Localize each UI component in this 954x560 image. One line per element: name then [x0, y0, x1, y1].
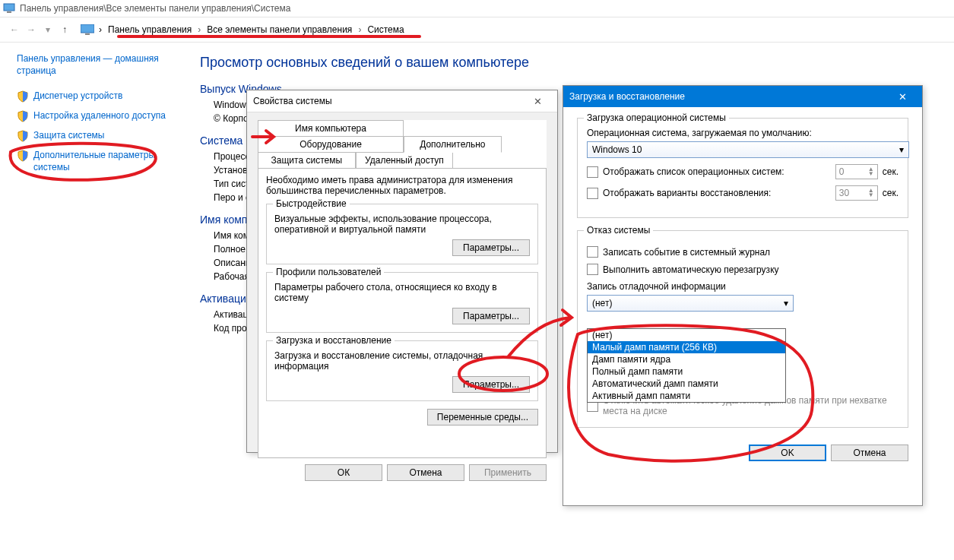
apply-button: Применить	[469, 464, 547, 481]
shield-icon	[17, 90, 29, 103]
cancel-button[interactable]: Отмена	[387, 464, 464, 481]
breadcrumb: Панель управления› Все элементы панели у…	[105, 23, 407, 36]
tab-hardware[interactable]: Оборудование	[258, 136, 404, 153]
bc-item-1[interactable]: Все элементы панели управления	[204, 23, 355, 36]
nav-bar: ← → ▾ ↑ › Панель управления› Все элемент…	[0, 17, 954, 43]
recovery-seconds-input: 30▲▼	[835, 185, 878, 201]
location-icon	[81, 24, 94, 35]
env-vars-button[interactable]: Переменные среды...	[427, 409, 538, 426]
svg-rect-1	[7, 11, 11, 13]
page-title: Просмотр основных сведений о вашем компь…	[200, 55, 939, 71]
svg-rect-0	[4, 4, 14, 11]
sidebar-link-label: Дополнительные параметры системы	[33, 150, 180, 173]
close-button[interactable]: ✕	[889, 88, 916, 105]
back-button[interactable]: ←	[6, 21, 23, 38]
checkbox-show-os-list[interactable]	[587, 166, 598, 178]
system-icon	[3, 2, 15, 14]
default-os-select[interactable]: Windows 10 ▾	[587, 141, 909, 158]
spinner-icon: ▲▼	[868, 188, 874, 198]
sidebar-link-label: Защита системы	[33, 130, 104, 142]
checkbox-label: Отображать список операционных систем:	[603, 166, 831, 177]
shield-icon	[17, 110, 29, 122]
seconds-label: сек.	[883, 188, 899, 198]
sidebar-link-label: Настройка удаленного доступа	[33, 110, 166, 122]
sidebar-link-advanced[interactable]: Дополнительные параметры системы	[17, 150, 180, 173]
group-legend: Загрузка операционной системы	[584, 112, 729, 123]
up-button[interactable]: ↑	[56, 21, 73, 38]
forward-button: →	[23, 21, 40, 38]
group-performance: Быстродействие Визуальные эффекты, испол…	[266, 204, 538, 264]
tab-body: Необходимо иметь права администратора дл…	[258, 168, 547, 458]
tab-remote[interactable]: Удаленный доступ	[356, 152, 454, 169]
group-legend: Отказ системы	[584, 225, 653, 236]
dialog-system-properties: Свойства системы ✕ Имя компьютера Оборуд…	[246, 90, 558, 453]
tabs: Имя компьютера Оборудование Дополнительн…	[258, 120, 547, 168]
checkbox-auto-restart[interactable]	[587, 264, 598, 275]
dump-select-value: (нет)	[592, 298, 612, 308]
dump-option[interactable]: Полный дамп памяти	[588, 365, 785, 378]
group-desc: Загрузка и восстановление системы, отлад…	[274, 350, 530, 372]
dump-label: Запись отладочной информации	[587, 281, 899, 292]
group-legend: Профили пользователей	[273, 267, 384, 277]
dialog-startup-recovery: Загрузка и восстановление ✕ Загрузка опе…	[563, 85, 923, 506]
sidebar-link-remote[interactable]: Настройка удаленного доступа	[17, 110, 180, 122]
startup-settings-button[interactable]: Параметры...	[452, 376, 530, 393]
os-list-seconds-input: 0▲▼	[835, 164, 878, 179]
tab-computer-name[interactable]: Имя компьютера	[258, 120, 404, 137]
checkbox-write-event[interactable]	[587, 246, 598, 258]
dialog-title: Свойства системы	[253, 96, 332, 106]
window-titlebar: Панель управления\Все элементы панели уп…	[0, 0, 954, 17]
svg-rect-3	[85, 33, 90, 35]
checkbox-label: Записать событие в системный журнал	[603, 247, 770, 258]
sidebar: Панель управления — домашняя страница Ди…	[0, 43, 185, 560]
group-profiles: Профили пользователей Параметры рабочего…	[266, 272, 538, 333]
bc-sep: ›	[99, 24, 102, 35]
dump-option[interactable]: (нет)	[588, 329, 785, 341]
dump-option[interactable]: Дамп памяти ядра	[588, 353, 785, 365]
chevron-down-icon: ▾	[899, 144, 904, 155]
group-system-startup: Загрузка операционной системы Операционн…	[577, 118, 908, 218]
group-desc: Визуальные эффекты, использование процес…	[274, 214, 530, 235]
dialog-footer: ОК Отмена Применить	[247, 458, 557, 487]
dump-option[interactable]: Автоматический дамп памяти	[588, 378, 785, 390]
dump-option[interactable]: Малый дамп памяти (256 КВ)	[588, 341, 785, 353]
profiles-settings-button[interactable]: Параметры...	[452, 308, 530, 324]
bc-item-0[interactable]: Панель управления	[105, 23, 195, 36]
svg-rect-2	[81, 24, 94, 33]
cancel-button[interactable]: Отмена	[831, 445, 908, 461]
bc-item-2[interactable]: Система	[364, 23, 407, 36]
admin-note: Необходимо иметь права администратора дл…	[266, 175, 538, 196]
shield-icon	[17, 150, 29, 162]
tab-protection[interactable]: Защита системы	[258, 152, 356, 169]
ok-button[interactable]: ОК	[305, 464, 382, 481]
window-title: Панель управления\Все элементы панели уп…	[20, 3, 290, 14]
dump-option[interactable]: Активный дамп памяти	[588, 390, 785, 402]
recent-button[interactable]: ▾	[40, 21, 56, 38]
checkbox-label: Выполнить автоматическую перезагрузку	[603, 264, 779, 275]
close-button[interactable]: ✕	[524, 93, 551, 109]
default-os-label: Операционная система, загружаемая по умо…	[587, 128, 899, 138]
sidebar-link-protection[interactable]: Защита системы	[17, 130, 180, 142]
checkbox-show-recovery[interactable]	[587, 188, 598, 199]
checkbox-label: Отображать варианты восстановления:	[603, 188, 831, 198]
tab-advanced[interactable]: Дополнительно	[404, 136, 502, 153]
sidebar-home[interactable]: Панель управления — домашняя страница	[17, 53, 180, 77]
sidebar-link-label: Диспетчер устройств	[33, 90, 122, 103]
seconds-label: сек.	[883, 166, 899, 177]
performance-settings-button[interactable]: Параметры...	[452, 239, 530, 256]
group-system-failure: Отказ системы Записать событие в системн…	[577, 230, 908, 428]
dialog-title: Загрузка и восстановление	[569, 91, 685, 102]
dump-dropdown-list[interactable]: (нет) Малый дамп памяти (256 КВ) Дамп па…	[587, 328, 786, 403]
group-legend: Загрузка и восстановление	[273, 335, 395, 346]
sidebar-link-device-manager[interactable]: Диспетчер устройств	[17, 90, 180, 103]
chevron-down-icon: ▾	[784, 298, 788, 308]
group-legend: Быстродействие	[273, 198, 350, 209]
group-startup: Загрузка и восстановление Загрузка и вос…	[266, 340, 538, 401]
shield-icon	[17, 130, 29, 142]
ok-button[interactable]: OK	[749, 445, 826, 461]
default-os-value: Windows 10	[592, 144, 642, 155]
group-desc: Параметры рабочего стола, относящиеся ко…	[274, 282, 530, 303]
dump-select[interactable]: (нет) ▾	[587, 295, 794, 312]
spinner-icon: ▲▼	[868, 167, 874, 176]
